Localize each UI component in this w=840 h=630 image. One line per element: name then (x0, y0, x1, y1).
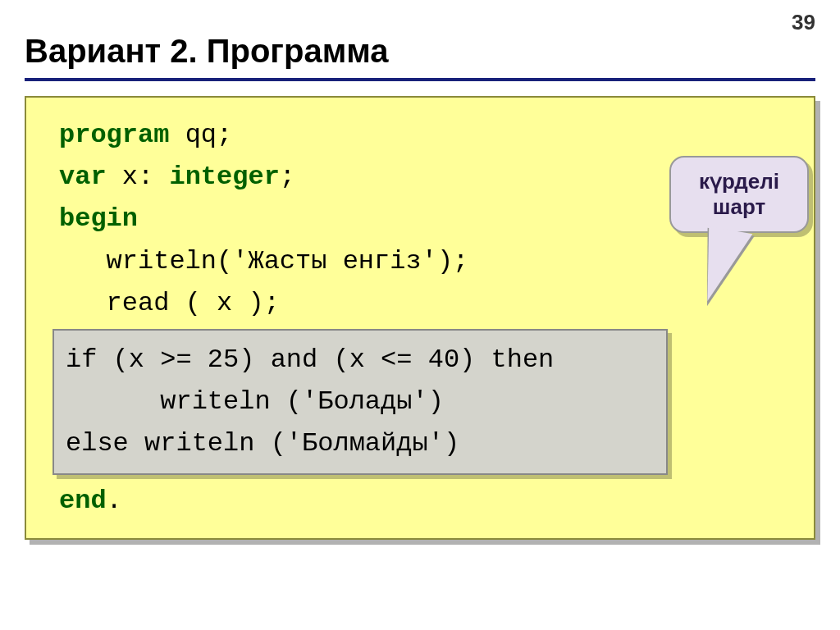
keyword-program: program (59, 120, 169, 150)
code-line: else writeln ('Болмайды') (66, 422, 655, 464)
code-text: ; (280, 162, 295, 192)
title-rule (25, 78, 815, 81)
keyword-begin: begin (59, 203, 138, 234)
keyword-var: var (59, 162, 107, 192)
code-line: writeln ('Болады') (66, 381, 655, 422)
slide: 39 Вариант 2. Программа program qq; var … (0, 0, 840, 630)
code-line: if (x >= 25) and (x <= 40) then (66, 339, 655, 381)
code-line: end. (59, 480, 806, 522)
keyword-end: end (59, 486, 107, 516)
code-text: qq; (169, 120, 232, 150)
page-number: 39 (792, 10, 815, 35)
callout-text-line2: шарт (713, 194, 765, 219)
code-text: . (107, 486, 122, 516)
callout-label: күрделі шарт (669, 156, 809, 233)
code-text: x: (107, 162, 170, 192)
code-line: writeln('Жасты енгіз'); (59, 240, 806, 282)
callout-text-line1: күрделі (699, 169, 779, 194)
code-line: program qq; (59, 114, 806, 156)
slide-title: Вариант 2. Программа (25, 33, 815, 70)
keyword-integer: integer (169, 162, 279, 192)
highlighted-block: if (x >= 25) and (x <= 40) then writeln … (52, 329, 668, 475)
